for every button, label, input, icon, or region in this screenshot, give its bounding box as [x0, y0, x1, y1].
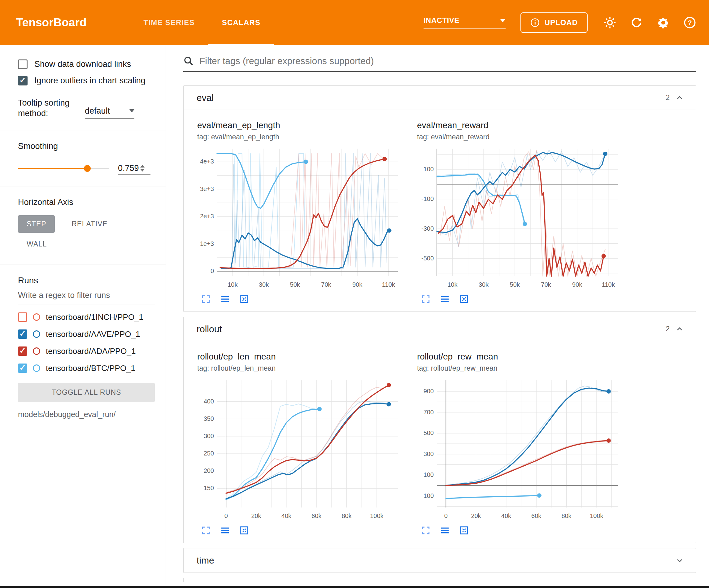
help-icon[interactable]: ? — [683, 16, 697, 29]
svg-text:70k: 70k — [321, 281, 331, 288]
ignore-outliers-checkbox[interactable] — [18, 76, 28, 85]
line-chart-eval-mean-ep-length[interactable]: 10k30k50k70k90k110k01e+32e+33e+34e+3 — [197, 145, 401, 290]
run-label: tensorboard/1INCH/PPO_1 — [46, 312, 143, 322]
show-download-links-checkbox[interactable] — [18, 59, 28, 69]
sidebar-divider — [0, 264, 166, 264]
sidebar-divider — [0, 186, 166, 186]
smoothing-value-box — [118, 162, 151, 175]
axis-step-button[interactable]: STEP — [18, 215, 55, 233]
svg-text:0: 0 — [225, 512, 228, 519]
line-chart-rollout-ep-rew-mean[interactable]: 020k40k60k80k100k-100100300500700900 — [417, 376, 621, 522]
data-table-icon[interactable] — [440, 294, 450, 304]
section-header-time[interactable]: time — [184, 548, 696, 572]
fit-domain-icon[interactable] — [239, 294, 249, 304]
svg-text:400: 400 — [204, 398, 214, 405]
section-header-rollout[interactable]: rollout 2 — [184, 317, 696, 341]
smoothing-slider[interactable] — [18, 168, 109, 169]
run-color-swatch[interactable] — [33, 313, 40, 321]
run-row-1inch[interactable]: tensorboard/1INCH/PPO_1 — [18, 312, 155, 322]
svg-text:-100: -100 — [421, 492, 434, 499]
upload-button[interactable]: UPLOAD — [521, 12, 588, 33]
chart-title: rollout/ep_rew_mean — [417, 352, 621, 362]
data-table-icon[interactable] — [220, 526, 230, 535]
axis-relative-button[interactable]: RELATIVE — [63, 215, 116, 233]
tooltip-sorting-row: Tooltip sorting method: default — [18, 98, 155, 119]
svg-text:100: 100 — [423, 165, 434, 173]
section-title: eval — [196, 93, 214, 103]
data-table-icon[interactable] — [220, 294, 230, 304]
refresh-icon[interactable] — [630, 16, 644, 29]
line-chart-eval-mean-reward[interactable]: 10k30k50k70k90k110k100-100-300-500 — [417, 145, 621, 290]
run-color-swatch[interactable] — [33, 330, 40, 338]
tag-filter-bar — [183, 56, 696, 72]
smoothing-slider-thumb[interactable] — [84, 165, 91, 172]
axis-wall-button[interactable]: WALL — [18, 235, 55, 253]
stepper-up-icon[interactable] — [140, 165, 145, 168]
next-section-card-partial — [183, 578, 696, 582]
settings-icon[interactable] — [656, 16, 670, 29]
stepper-down-icon[interactable] — [140, 169, 145, 172]
ignore-outliers-row[interactable]: Ignore outliers in chart scaling — [18, 76, 155, 85]
section-header-eval[interactable]: eval 2 — [184, 86, 696, 110]
tooltip-sorting-value: default — [85, 106, 110, 116]
svg-text:350: 350 — [204, 415, 214, 422]
fullscreen-icon[interactable] — [201, 526, 211, 535]
fullscreen-icon[interactable] — [201, 294, 211, 304]
tab-time-series[interactable]: TIME SERIES — [130, 0, 208, 45]
svg-text:40k: 40k — [501, 512, 511, 519]
run-color-swatch[interactable] — [33, 348, 40, 355]
fullscreen-icon[interactable] — [421, 526, 431, 535]
svg-text:90k: 90k — [572, 281, 582, 288]
run-checkbox[interactable] — [18, 363, 27, 373]
fit-domain-icon[interactable] — [239, 526, 249, 535]
svg-text:200: 200 — [204, 467, 214, 474]
tab-scalars[interactable]: SCALARS — [208, 0, 274, 45]
run-checkbox[interactable] — [18, 347, 27, 356]
run-row-ada[interactable]: tensorboard/ADA/PPO_1 — [18, 347, 155, 356]
run-row-aave[interactable]: tensorboard/AAVE/PPO_1 — [18, 329, 155, 339]
info-icon — [530, 18, 540, 27]
svg-text:-100: -100 — [421, 195, 434, 202]
svg-text:110k: 110k — [382, 281, 395, 288]
app-title: TensorBoard — [16, 16, 87, 29]
svg-text:10k: 10k — [228, 281, 238, 288]
header-icon-group: ? — [603, 16, 697, 29]
collapse-chevron-down-icon[interactable] — [675, 556, 684, 565]
smoothing-value-input[interactable] — [118, 162, 140, 174]
run-checkbox[interactable] — [18, 329, 27, 339]
chart-toolbar — [197, 522, 401, 535]
status-dropdown[interactable]: INACTIVE — [423, 16, 506, 29]
svg-text:500: 500 — [423, 430, 434, 436]
line-chart-rollout-ep-len-mean[interactable]: 020k40k60k80k100k150200250300350400 — [197, 376, 401, 522]
ignore-outliers-label: Ignore outliers in chart scaling — [34, 76, 146, 85]
fullscreen-icon[interactable] — [421, 294, 431, 304]
collapse-chevron-up-icon[interactable] — [675, 94, 684, 102]
run-color-swatch[interactable] — [33, 364, 40, 372]
header-spacer — [274, 0, 423, 45]
run-row-btc[interactable]: tensorboard/BTC/PPO_1 — [18, 363, 155, 373]
run-checkbox[interactable] — [18, 312, 27, 322]
runs-filter-input[interactable] — [18, 285, 155, 304]
tooltip-sorting-select[interactable]: default — [85, 106, 134, 119]
fit-domain-icon[interactable] — [459, 294, 469, 304]
svg-text:-500: -500 — [421, 255, 434, 262]
charts-row: rollout/ep_len_mean tag: rollout/ep_len_… — [184, 341, 696, 543]
chart-tag: tag: rollout/ep_len_mean — [197, 364, 401, 373]
section-count: 2 — [666, 94, 675, 102]
fit-domain-icon[interactable] — [459, 526, 469, 535]
data-table-icon[interactable] — [440, 526, 450, 535]
app-header: TensorBoard TIME SERIES SCALARS INACTIVE… — [0, 0, 709, 45]
section-title: time — [196, 555, 214, 566]
chart-tag: tag: rollout/ep_rew_mean — [417, 364, 621, 373]
header-tabs: TIME SERIES SCALARS — [130, 0, 274, 45]
runs-heading: Runs — [18, 276, 155, 285]
collapse-chevron-up-icon[interactable] — [675, 325, 684, 333]
smoothing-stepper[interactable] — [140, 165, 145, 172]
svg-text:300: 300 — [204, 433, 214, 439]
svg-text:50k: 50k — [510, 281, 520, 288]
show-download-links-row[interactable]: Show data download links — [18, 59, 155, 69]
brightness-icon[interactable] — [603, 16, 617, 29]
tag-filter-input[interactable] — [200, 56, 696, 66]
toggle-all-runs-button[interactable]: TOGGLE ALL RUNS — [18, 383, 155, 402]
upload-label: UPLOAD — [545, 18, 578, 27]
